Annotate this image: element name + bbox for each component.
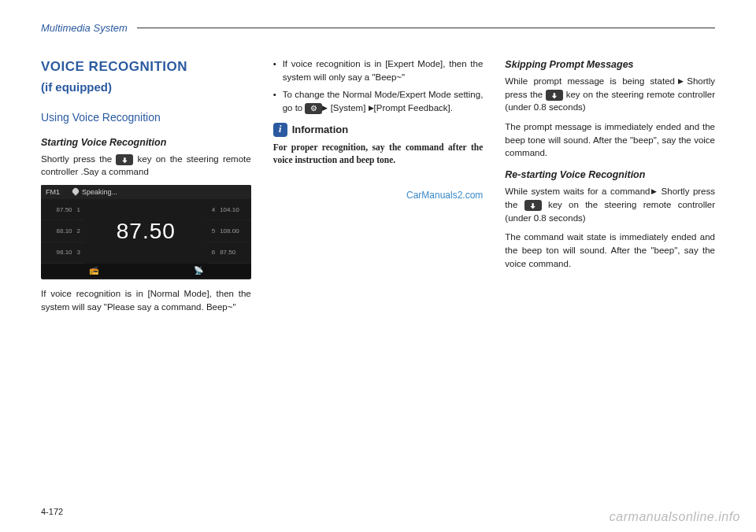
radio-status-text: Speaking... bbox=[82, 188, 117, 196]
text: Shortly press the bbox=[41, 154, 116, 164]
bullet-marker: • bbox=[273, 57, 283, 83]
information-heading: i Information bbox=[273, 123, 484, 138]
triangle-icon: ▶ bbox=[675, 78, 687, 86]
voice-key-icon bbox=[546, 90, 563, 101]
radio-screenshot: FM1 Speaking... 87.501 88.102 98.103 87.… bbox=[41, 185, 251, 279]
triangle-icon: ▶ bbox=[369, 104, 374, 112]
preset: 88.102 bbox=[41, 220, 85, 242]
preset: 98.103 bbox=[41, 242, 85, 264]
preset: 87.501 bbox=[41, 199, 85, 220]
info-icon: i bbox=[273, 123, 287, 137]
using-heading: Using Voice Recognition bbox=[41, 109, 251, 125]
main-heading: VOICE RECOGNITION bbox=[41, 57, 251, 77]
freq: 104.10 bbox=[220, 205, 239, 215]
columns: VOICE RECOGNITION (if equipped) Using Vo… bbox=[41, 57, 715, 320]
restarting-p2: The command wait state is immedi­ately e… bbox=[505, 231, 715, 270]
voice-key-icon bbox=[116, 154, 133, 165]
radio-presets-right: 4104.10 5108.00 687.50 bbox=[207, 199, 251, 264]
skipping-title: Skipping Prompt Messages bbox=[505, 57, 715, 72]
header-rule bbox=[137, 28, 715, 28]
starting-paragraph-1: Shortly press the key on the steering re… bbox=[41, 153, 251, 179]
starting-title: Starting Voice Recognition bbox=[41, 135, 251, 150]
information-text: For proper recognition, say the com­mand… bbox=[273, 141, 484, 167]
num: 3 bbox=[77, 248, 80, 257]
restarting-title: Re-starting Voice Recognition bbox=[505, 168, 715, 182]
num: 2 bbox=[77, 227, 80, 236]
radio-band: FM1 bbox=[46, 187, 60, 198]
freq: 87.50 bbox=[57, 205, 72, 215]
watermark-center: CarManuals2.com bbox=[273, 189, 484, 202]
column-3: Skipping Prompt Messages While prompt me… bbox=[505, 57, 715, 320]
triangle-icon: ▶ bbox=[650, 188, 658, 196]
bullet-marker: • bbox=[273, 88, 283, 114]
num: 1 bbox=[77, 205, 80, 215]
radio-icon: 📡 bbox=[194, 265, 203, 277]
radio-topbar: FM1 Speaking... bbox=[41, 185, 251, 199]
page-header: Multimedia System bbox=[41, 22, 715, 34]
num: 6 bbox=[212, 248, 215, 257]
preset: 5108.00 bbox=[207, 220, 251, 242]
section-title: Multimedia System bbox=[41, 22, 137, 34]
skipping-p2: The prompt message is immediately ended … bbox=[505, 120, 715, 160]
freq: 87.50 bbox=[220, 248, 235, 257]
freq: 88.10 bbox=[57, 227, 72, 236]
radio-bottombar: 📻 📡 bbox=[41, 264, 251, 278]
speaking-icon bbox=[71, 187, 80, 195]
freq: 98.10 bbox=[57, 248, 72, 257]
column-1: VOICE RECOGNITION (if equipped) Using Vo… bbox=[41, 57, 251, 320]
preset: 4104.10 bbox=[207, 199, 251, 220]
restarting-p1: While system waits for a command▶ Shortl… bbox=[505, 185, 715, 224]
text: While system waits for a command bbox=[505, 187, 650, 196]
preset: 687.50 bbox=[207, 242, 251, 264]
bullet-2: • To change the Normal Mode/Expert Mode … bbox=[273, 88, 484, 114]
info-label: Information bbox=[292, 123, 349, 138]
settings-key-icon bbox=[305, 103, 322, 114]
radio-body: 87.501 88.102 98.103 87.50 4104.10 5108.… bbox=[41, 199, 251, 264]
voice-key-icon bbox=[524, 200, 542, 211]
freq: 108.00 bbox=[220, 227, 239, 236]
radio-presets-left: 87.501 88.102 98.103 bbox=[41, 199, 85, 264]
bullet-1: • If voice recognition is in [Expert Mod… bbox=[273, 57, 484, 83]
page-container: Multimedia System VOICE RECOGNITION (if … bbox=[0, 0, 756, 532]
num: 4 bbox=[212, 205, 215, 215]
text: [Prompt Feedback]. bbox=[374, 103, 453, 113]
radio-status: Speaking... bbox=[72, 187, 117, 198]
num: 5 bbox=[212, 227, 215, 236]
page-number: 4-172 bbox=[41, 507, 63, 516]
text: [System] bbox=[328, 103, 368, 113]
skipping-p1: While prompt message is being stat­ed▶Sh… bbox=[505, 75, 715, 114]
bullet-text: If voice recognition is in [Expert Mode]… bbox=[283, 57, 484, 83]
bullet-text: To change the Normal Mode/Expert Mode se… bbox=[283, 88, 484, 114]
sub-heading: (if equipped) bbox=[41, 79, 251, 96]
radio-center: 87.50 bbox=[85, 199, 207, 264]
starting-paragraph-2: If voice recognition is in [Normal Mode]… bbox=[41, 287, 251, 313]
radio-big-freq: 87.50 bbox=[117, 216, 176, 248]
text: While prompt message is being stat­ed bbox=[505, 76, 675, 86]
column-2: • If voice recognition is in [Expert Mod… bbox=[273, 57, 484, 320]
radio-icon: 📻 bbox=[89, 265, 98, 277]
watermark-bottom: carmanualsonline.info bbox=[610, 510, 740, 524]
